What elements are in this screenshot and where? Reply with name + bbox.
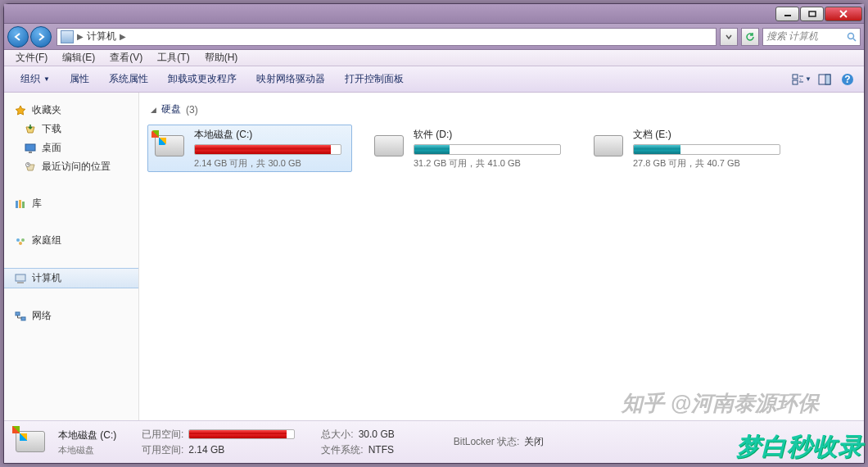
back-button[interactable] xyxy=(7,26,29,48)
drive-tile[interactable]: 本地磁盘 (C:)2.14 GB 可用，共 30.0 GB xyxy=(147,125,352,172)
sidebar-recent[interactable]: 最近访问的位置 xyxy=(4,157,138,176)
sidebar-network[interactable]: 网络 xyxy=(4,306,138,325)
drive-usage-bar xyxy=(633,144,780,155)
svg-rect-6 xyxy=(825,75,830,84)
details-subtitle: 本地磁盘 xyxy=(58,444,132,456)
nav-row: ▶ 计算机 ▶ 搜索 计算机 xyxy=(4,24,864,50)
breadcrumb-segment[interactable]: 计算机 xyxy=(87,29,116,43)
close-button[interactable] xyxy=(825,7,862,21)
svg-rect-18 xyxy=(16,274,25,281)
drive-tile[interactable]: 文档 (E:)27.8 GB 可用，共 40.7 GB xyxy=(586,125,791,172)
drive-icon xyxy=(151,130,188,166)
drive-icon xyxy=(590,130,626,166)
svg-point-16 xyxy=(21,238,25,242)
minimize-button[interactable] xyxy=(775,7,799,21)
preview-pane-button[interactable] xyxy=(815,70,834,88)
desktop-icon xyxy=(24,142,37,155)
menu-tools[interactable]: 工具(T) xyxy=(151,49,196,66)
svg-rect-12 xyxy=(16,201,18,208)
drive-icon xyxy=(371,130,407,166)
map-network-drive-button[interactable]: 映射网络驱动器 xyxy=(246,69,335,89)
menu-edit[interactable]: 编辑(E) xyxy=(56,49,102,66)
group-header[interactable]: ◢ 硬盘 (3) xyxy=(151,102,856,116)
svg-rect-0 xyxy=(784,15,791,16)
total-size-label: 总大小: xyxy=(321,428,353,442)
properties-button[interactable]: 属性 xyxy=(60,69,99,89)
drive-stat: 27.8 GB 可用，共 40.7 GB xyxy=(633,157,787,170)
maximize-button[interactable] xyxy=(800,7,824,21)
svg-rect-9 xyxy=(25,144,35,151)
drive-usage-bar xyxy=(194,144,341,155)
details-pane: 本地磁盘 (C:) 本地磁盘 已用空间: 可用空间:2.14 GB 总大小:30… xyxy=(4,420,864,463)
uninstall-programs-button[interactable]: 卸载或更改程序 xyxy=(158,69,246,89)
sidebar-computer[interactable]: 计算机 xyxy=(4,268,138,288)
drive-name: 本地磁盘 (C:) xyxy=(194,128,348,142)
menu-help[interactable]: 帮助(H) xyxy=(198,49,245,66)
svg-rect-19 xyxy=(17,282,24,283)
svg-point-15 xyxy=(16,238,20,242)
svg-rect-14 xyxy=(22,202,25,208)
organize-button[interactable]: 组织▼ xyxy=(11,69,60,89)
filesystem-label: 文件系统: xyxy=(321,443,363,457)
filesystem-value: NTFS xyxy=(368,444,394,456)
svg-rect-1 xyxy=(809,11,816,16)
drive-stat: 31.2 GB 可用，共 41.0 GB xyxy=(414,157,567,170)
network-icon xyxy=(14,310,27,323)
sidebar-favorites[interactable]: 收藏夹 xyxy=(4,101,138,120)
computer-icon xyxy=(61,30,74,43)
sidebar-desktop[interactable]: 桌面 xyxy=(4,138,138,157)
drive-icon xyxy=(12,426,48,459)
command-bar: 组织▼ 属性 系统属性 卸载或更改程序 映射网络驱动器 打开控制面板 ▼ ? xyxy=(4,66,864,93)
breadcrumb-sep-icon: ▶ xyxy=(77,32,84,41)
svg-point-2 xyxy=(848,33,854,39)
group-label: 硬盘 xyxy=(161,102,181,116)
svg-rect-13 xyxy=(19,200,21,208)
free-space-label: 可用空间: xyxy=(142,443,183,457)
svg-rect-21 xyxy=(21,317,25,320)
star-icon xyxy=(14,104,27,117)
sidebar-downloads[interactable]: 下载 xyxy=(4,120,138,138)
search-icon xyxy=(847,32,857,42)
help-button[interactable]: ? xyxy=(838,70,857,88)
group-count: (3) xyxy=(186,104,198,116)
free-space-value: 2.14 GB xyxy=(188,444,224,456)
windows-badge-icon xyxy=(151,130,166,145)
homegroup-icon xyxy=(14,234,27,247)
svg-text:?: ? xyxy=(844,74,850,85)
download-icon xyxy=(24,123,37,136)
view-options-button[interactable]: ▼ xyxy=(792,70,811,88)
libraries-icon xyxy=(14,197,27,211)
bitlocker-label: BitLocker 状态: xyxy=(454,435,520,449)
refresh-button[interactable] xyxy=(741,28,759,46)
svg-rect-4 xyxy=(793,80,798,84)
forward-button[interactable] xyxy=(30,26,52,48)
details-title: 本地磁盘 (C:) xyxy=(58,428,132,442)
sidebar-libraries[interactable]: 库 xyxy=(4,194,138,213)
open-control-panel-button[interactable]: 打开控制面板 xyxy=(335,69,414,89)
menu-file[interactable]: 文件(F) xyxy=(9,49,54,66)
svg-rect-10 xyxy=(29,152,32,153)
drive-tile[interactable]: 软件 (D:)31.2 GB 可用，共 41.0 GB xyxy=(367,125,572,172)
total-size-value: 30.0 GB xyxy=(359,428,395,440)
menubar: 文件(F) 编辑(E) 查看(V) 工具(T) 帮助(H) xyxy=(4,50,864,66)
recent-icon xyxy=(24,161,37,174)
search-input[interactable]: 搜索 计算机 xyxy=(762,28,861,46)
collapse-icon: ◢ xyxy=(151,106,156,114)
windows-badge-icon xyxy=(12,426,27,441)
drive-name: 软件 (D:) xyxy=(414,128,567,142)
titlebar xyxy=(4,4,864,24)
svg-rect-20 xyxy=(16,312,20,315)
drive-stat: 2.14 GB 可用，共 30.0 GB xyxy=(194,157,348,170)
drive-usage-bar xyxy=(414,144,561,155)
svg-rect-3 xyxy=(793,75,798,79)
breadcrumb[interactable]: ▶ 计算机 ▶ xyxy=(57,28,717,46)
computer-icon xyxy=(14,272,27,285)
content-pane: ◢ 硬盘 (3) 本地磁盘 (C:)2.14 GB 可用，共 30.0 GB软件… xyxy=(139,93,864,420)
drive-name: 文档 (E:) xyxy=(633,128,787,142)
breadcrumb-sep-icon: ▶ xyxy=(120,32,126,41)
sidebar-homegroup[interactable]: 家庭组 xyxy=(4,231,138,250)
system-properties-button[interactable]: 系统属性 xyxy=(99,69,158,89)
menu-view[interactable]: 查看(V) xyxy=(103,49,149,66)
breadcrumb-dropdown-button[interactable] xyxy=(720,28,738,46)
used-space-label: 已用空间: xyxy=(142,428,183,442)
